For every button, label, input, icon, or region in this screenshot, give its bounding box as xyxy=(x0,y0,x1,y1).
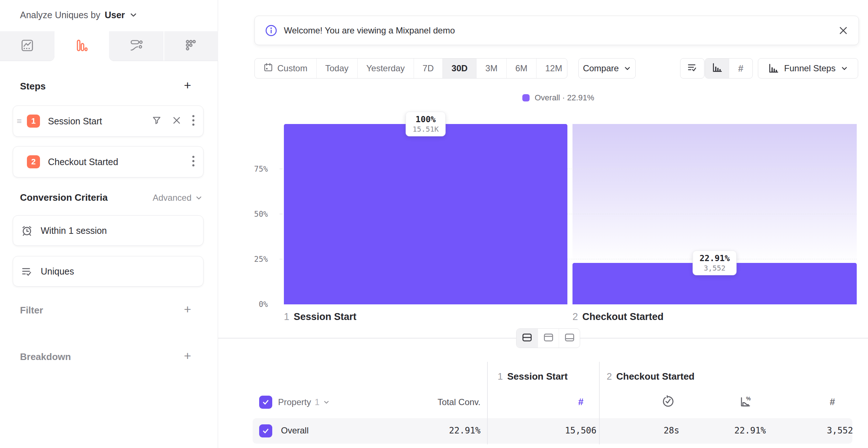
list-check-icon xyxy=(21,265,33,277)
split-view-toggle[interactable] xyxy=(517,329,538,348)
date-range-yesterday[interactable]: Yesterday xyxy=(357,59,414,78)
conversion-rate-column-icon[interactable]: % xyxy=(739,395,752,410)
percent-bars-toggle[interactable] xyxy=(705,59,729,78)
bar-percent: 100% xyxy=(413,115,439,124)
bar-chart-icon xyxy=(712,62,723,75)
conversion-criteria-title: Conversion Criteria xyxy=(20,192,108,203)
count-column-icon[interactable]: # xyxy=(830,396,835,408)
step-label[interactable]: Session Start xyxy=(48,116,152,127)
analyze-value-dropdown[interactable]: User xyxy=(105,10,125,20)
hash-icon: # xyxy=(738,63,743,74)
sort-order-button[interactable] xyxy=(680,58,704,79)
funnel-chart-icon xyxy=(768,63,779,74)
legend-swatch xyxy=(522,94,530,101)
split-layout-icon xyxy=(522,332,533,344)
total-conv-column-header[interactable]: Total Conv. xyxy=(408,397,481,407)
value-display-toggle: # xyxy=(705,58,753,79)
bottom-panel-layout-icon xyxy=(564,332,575,344)
y-axis-tickmark xyxy=(280,214,283,215)
filter-icon[interactable] xyxy=(152,115,162,127)
table-column-divider xyxy=(487,362,488,444)
bar-percent: 22.91% xyxy=(699,253,730,263)
y-axis-tick: 25% xyxy=(230,255,268,264)
steps-section-title: Steps xyxy=(20,81,46,92)
breakdown-section-label: Breakdown xyxy=(20,351,71,363)
step-label[interactable]: Checkout Started xyxy=(48,157,192,167)
panel-layout-toggle xyxy=(516,328,580,348)
counting-method-card[interactable]: Uniques xyxy=(13,256,204,287)
info-icon xyxy=(265,24,277,37)
funnel-bar[interactable] xyxy=(284,124,567,304)
table-group-checkout-started: 2Checkout Started xyxy=(607,371,695,382)
add-breakdown-button[interactable]: + xyxy=(180,348,195,363)
group-label: Session Start xyxy=(507,371,567,382)
funnel-bars-icon xyxy=(75,39,88,53)
table-row-overall[interactable]: Overall 22.91% 15,506 28s 22.91% 3,552 xyxy=(253,418,852,444)
tab-insights[interactable] xyxy=(0,31,55,61)
select-all-checkbox[interactable] xyxy=(259,396,272,409)
date-range-12m[interactable]: 12M xyxy=(536,59,567,78)
date-range-6m[interactable]: 6M xyxy=(506,59,536,78)
compare-button[interactable]: Compare xyxy=(578,58,636,79)
chevron-down-icon xyxy=(841,65,848,72)
drag-handle-icon[interactable]: ≡ xyxy=(17,117,22,125)
insights-chart-icon xyxy=(21,39,34,53)
step-card-checkout-started[interactable]: 2 Checkout Started xyxy=(13,146,204,177)
y-axis-tick: 75% xyxy=(230,165,268,173)
date-range-3m[interactable]: 3M xyxy=(476,59,506,78)
date-range-7d[interactable]: 7D xyxy=(414,59,443,78)
chevron-down-icon xyxy=(195,194,202,201)
date-range-30d-selected[interactable]: 30D xyxy=(442,59,476,78)
tab-retention[interactable] xyxy=(164,31,218,61)
count-column-icon[interactable]: # xyxy=(578,396,583,408)
conversion-window-card[interactable]: Within 1 session xyxy=(13,215,204,246)
step-number-badge: 1 xyxy=(27,115,40,128)
tab-flows[interactable] xyxy=(109,31,164,61)
step-number: 1 xyxy=(284,311,289,322)
property-dropdown[interactable]: Property 1 xyxy=(278,397,330,407)
calendar-icon xyxy=(264,63,273,74)
advanced-label: Advanced xyxy=(153,193,192,203)
absolute-numbers-toggle[interactable]: # xyxy=(729,59,752,78)
compare-label: Compare xyxy=(583,63,619,73)
kebab-menu-icon[interactable] xyxy=(192,155,195,168)
bar-value-chip: 100% 15.51K xyxy=(406,112,446,136)
add-filter-button[interactable]: + xyxy=(180,302,195,316)
table-only-toggle[interactable] xyxy=(559,329,580,348)
step-card-session-start[interactable]: ≡ 1 Session Start xyxy=(13,105,204,137)
x-axis-label-session-start: 1Session Start xyxy=(284,311,357,323)
bar-count: 3,552 xyxy=(699,264,730,272)
funnel-steps-label: Funnel Steps xyxy=(784,63,835,73)
top-panel-layout-icon xyxy=(543,332,554,344)
avg-time-column-icon[interactable] xyxy=(662,395,675,409)
funnel-steps-dropdown[interactable]: Funnel Steps xyxy=(758,58,858,79)
bar-count: 15.51K xyxy=(413,125,439,133)
date-range-today[interactable]: Today xyxy=(316,59,357,78)
table-column-divider xyxy=(599,362,600,444)
row-checkbox[interactable] xyxy=(259,424,272,437)
y-axis-tick: 0% xyxy=(230,300,268,309)
remove-step-icon[interactable] xyxy=(172,116,181,127)
banner-close-icon[interactable] xyxy=(838,25,848,36)
step-number: 2 xyxy=(572,311,578,322)
add-step-button[interactable]: + xyxy=(180,78,195,92)
x-axis-label-checkout-started: 2Checkout Started xyxy=(572,311,664,323)
advanced-dropdown[interactable]: Advanced xyxy=(153,193,202,203)
y-axis-tickmark xyxy=(280,169,283,169)
retention-dots-icon xyxy=(184,39,197,53)
property-label: Property xyxy=(278,397,311,407)
tab-funnels[interactable] xyxy=(55,31,109,61)
kebab-menu-icon[interactable] xyxy=(192,115,195,128)
conversion-window-label: Within 1 session xyxy=(41,225,107,236)
group-number: 1 xyxy=(498,371,503,382)
alarm-clock-icon xyxy=(21,225,33,236)
step-name: Session Start xyxy=(294,311,357,322)
date-range-custom[interactable]: Custom xyxy=(255,59,316,78)
chart-legend[interactable]: Overall · 22.91% xyxy=(522,93,594,103)
filter-section-label: Filter xyxy=(20,305,43,316)
chart-only-toggle[interactable] xyxy=(538,329,559,348)
chevron-down-icon[interactable] xyxy=(129,11,137,19)
bar-value-chip: 22.91% 3,552 xyxy=(692,251,736,275)
list-check-icon xyxy=(687,62,698,75)
legend-label: Overall · 22.91% xyxy=(535,93,594,103)
